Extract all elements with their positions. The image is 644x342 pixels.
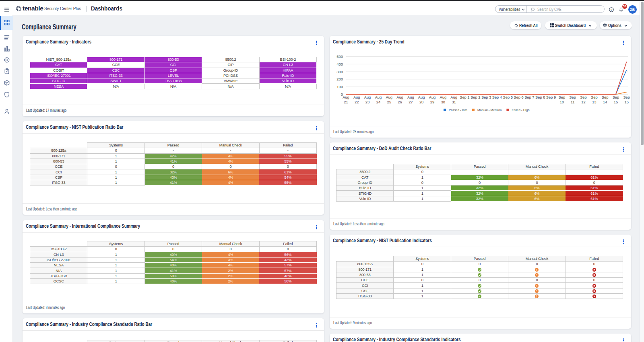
svg-text:Sep 1: Sep 1: [460, 95, 469, 99]
svg-text:10: 10: [560, 100, 564, 104]
svg-text:Sep 9: Sep 9: [546, 95, 556, 99]
svg-text:Sep 2: Sep 2: [471, 95, 480, 99]
svg-text:Aug: Aug: [375, 95, 382, 99]
svg-text:200: 200: [336, 77, 343, 81]
svg-text:25: 25: [387, 100, 391, 104]
svg-text:23: 23: [365, 100, 369, 104]
svg-text:15: 15: [625, 100, 629, 104]
svg-text:Sep: Sep: [569, 95, 576, 99]
svg-text:400: 400: [336, 62, 343, 66]
svg-text:Aug: Aug: [440, 95, 447, 99]
svg-text:Sep 8: Sep 8: [535, 95, 545, 99]
svg-text:Aug: Aug: [343, 95, 349, 99]
svg-text:12: 12: [581, 100, 585, 104]
svg-text:Failed - High: Failed - High: [512, 108, 530, 112]
svg-text:Sep: Sep: [580, 95, 587, 99]
svg-text:27: 27: [409, 100, 413, 104]
svg-text:15: 15: [614, 100, 618, 104]
svg-text:Aug: Aug: [418, 95, 425, 99]
svg-text:300: 300: [336, 70, 343, 74]
svg-text:Aug: Aug: [364, 95, 371, 99]
svg-text:100: 100: [336, 84, 343, 89]
svg-text:Manual - Medium: Manual - Medium: [477, 108, 502, 112]
svg-text:21: 21: [344, 100, 348, 104]
svg-text:14: 14: [603, 100, 607, 104]
svg-text:Sep: Sep: [602, 95, 609, 99]
svg-text:24: 24: [376, 100, 380, 104]
svg-text:26: 26: [398, 100, 402, 104]
svg-text:Sep 4: Sep 4: [492, 95, 502, 99]
svg-text:500: 500: [336, 54, 343, 59]
svg-text:Aug: Aug: [407, 95, 414, 99]
svg-text:29: 29: [430, 100, 434, 104]
svg-text:Sep: Sep: [591, 95, 598, 99]
svg-text:13: 13: [592, 100, 596, 104]
svg-text:Sep 6: Sep 6: [514, 95, 523, 99]
svg-text:30: 30: [441, 100, 445, 104]
svg-text:31: 31: [452, 100, 456, 104]
svg-text:Aug: Aug: [386, 95, 392, 99]
svg-text:Sep 3: Sep 3: [481, 95, 491, 99]
svg-text:?: ?: [610, 8, 612, 12]
svg-text:Aug: Aug: [396, 95, 403, 99]
svg-text:Sep: Sep: [623, 95, 630, 99]
svg-text:Aug: Aug: [450, 95, 457, 99]
svg-text:11: 11: [571, 100, 575, 104]
svg-text:28: 28: [419, 100, 423, 104]
svg-text:Passed - Info: Passed - Info: [449, 108, 468, 112]
svg-text:Sep 7: Sep 7: [524, 95, 534, 99]
svg-text:Aug: Aug: [353, 95, 360, 99]
svg-text:Aug: Aug: [429, 95, 436, 99]
svg-text:Sep: Sep: [559, 95, 566, 99]
svg-text:Sep 5: Sep 5: [503, 95, 513, 99]
svg-text:Sep: Sep: [613, 95, 619, 99]
svg-text:22: 22: [355, 100, 359, 104]
